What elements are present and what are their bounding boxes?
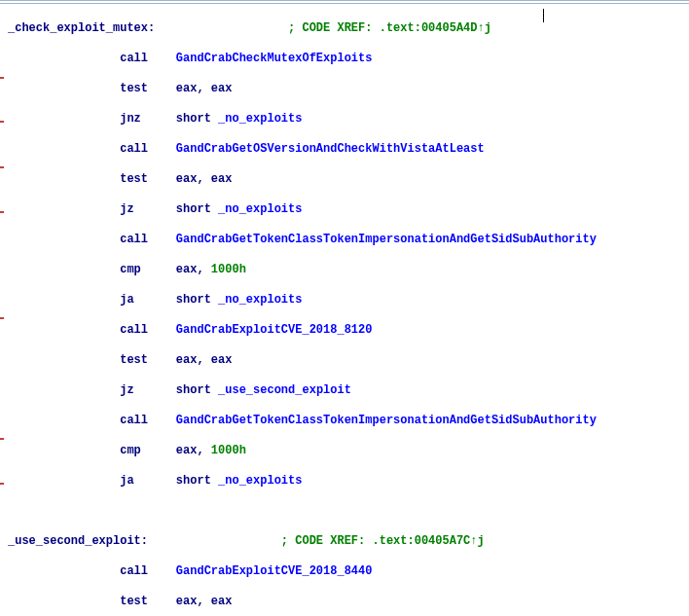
xref-comment: ; CODE XREF: .text:00405A4D↑j [288, 21, 491, 35]
short-kw: short [176, 383, 218, 397]
mnemonic: test [120, 353, 148, 367]
asm-line: test eax, eax [8, 82, 685, 97]
jump-target: _no_exploits [218, 293, 302, 307]
operand-reg: eax, [176, 263, 211, 276]
asm-line: jz short _use_second_exploit [8, 383, 685, 399]
short-kw: short [176, 293, 218, 307]
short-kw: short [176, 112, 218, 126]
asm-line: call GandCrabExploitCVE_2018_8120 [8, 323, 685, 339]
call-target: GandCrabExploitCVE_2018_8440 [176, 564, 373, 578]
asm-line: cmp eax, 1000h [8, 444, 685, 459]
mnemonic: jnz [120, 112, 141, 126]
mnemonic: jz [120, 202, 133, 216]
mnemonic: call [120, 323, 148, 337]
asm-line: ja short _no_exploits [8, 293, 685, 308]
short-kw: short [176, 202, 218, 216]
mnemonic: cmp [120, 444, 141, 457]
operands: eax, eax [176, 82, 233, 95]
asm-line: call GandCrabCheckMutexOfExploits [8, 52, 685, 67]
mnemonic: ja [120, 474, 133, 488]
disassembly-listing[interactable]: _check_exploit_mutex: ; CODE XREF: .text… [0, 4, 689, 616]
operands: eax, eax [176, 595, 233, 608]
blank-line [8, 504, 685, 520]
asm-line: call GandCrabGetTokenClassTokenImpersona… [8, 414, 685, 429]
call-target: GandCrabCheckMutexOfExploits [176, 52, 373, 65]
mnemonic: call [120, 564, 148, 578]
asm-line: cmp eax, 1000h [8, 263, 685, 278]
asm-line: test eax, eax [8, 353, 685, 369]
asm-line: _use_second_exploit: ; CODE XREF: .text:… [8, 534, 685, 550]
label: _use_second_exploit: [8, 534, 148, 548]
gutter-marker [0, 483, 4, 485]
operands: eax, eax [176, 353, 233, 367]
asm-line: test eax, eax [8, 595, 685, 610]
mnemonic: test [120, 82, 148, 95]
call-target: GandCrabGetTokenClassTokenImpersonationA… [176, 414, 597, 427]
mnemonic: test [120, 595, 148, 608]
mnemonic: call [120, 233, 148, 246]
asm-line: jz short _no_exploits [8, 202, 685, 218]
operand-imm: 1000h [211, 263, 246, 276]
asm-line: call GandCrabGetOSVersionAndCheckWithVis… [8, 142, 685, 158]
call-target: GandCrabGetOSVersionAndCheckWithVistaAtL… [176, 142, 485, 156]
jump-target: _no_exploits [218, 112, 302, 126]
mnemonic: test [120, 172, 148, 186]
mnemonic: call [120, 142, 148, 156]
operand-imm: 1000h [211, 444, 246, 457]
operands: eax, eax [176, 172, 233, 186]
mnemonic: jz [120, 383, 133, 397]
mnemonic: call [120, 52, 148, 65]
asm-line: jnz short _no_exploits [8, 112, 685, 127]
asm-line: call GandCrabExploitCVE_2018_8440 [8, 564, 685, 580]
gutter-marker [0, 211, 4, 213]
jump-target: _no_exploits [218, 474, 302, 488]
gutter-marker [0, 77, 4, 79]
jump-target: _use_second_exploit [218, 383, 351, 397]
text-cursor [543, 9, 544, 22]
gutter-marker [0, 121, 4, 123]
mnemonic: ja [120, 293, 133, 307]
gutter-marker [0, 166, 4, 168]
jump-target: _no_exploits [218, 202, 302, 216]
operand-reg: eax, [176, 444, 211, 457]
short-kw: short [176, 474, 218, 488]
mnemonic: cmp [120, 263, 141, 276]
asm-line: call GandCrabGetTokenClassTokenImpersona… [8, 233, 685, 248]
call-target: GandCrabGetTokenClassTokenImpersonationA… [176, 233, 597, 246]
asm-line: ja short _no_exploits [8, 474, 685, 489]
asm-line: test eax, eax [8, 172, 685, 188]
label: _check_exploit_mutex: [8, 21, 155, 35]
asm-line: _check_exploit_mutex: ; CODE XREF: .text… [8, 21, 685, 37]
gutter-marker [0, 317, 4, 319]
xref-comment: ; CODE XREF: .text:00405A7C↑j [281, 534, 485, 548]
call-target: GandCrabExploitCVE_2018_8120 [176, 323, 373, 337]
gutter-marker [0, 438, 4, 440]
mnemonic: call [120, 414, 148, 427]
